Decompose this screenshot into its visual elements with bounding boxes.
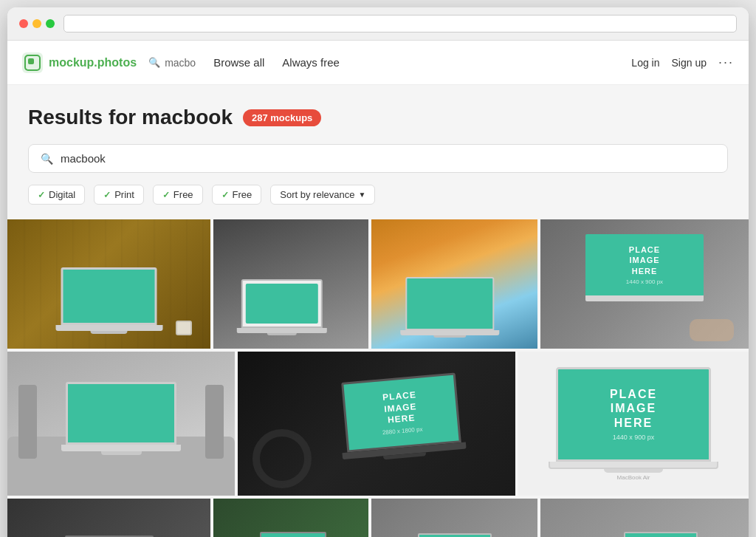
address-bar[interactable] [63, 15, 737, 33]
print-check-icon: ✓ [103, 190, 111, 200]
login-button[interactable]: Log in [631, 57, 659, 69]
image-cell-1-2[interactable] [213, 219, 368, 349]
image-row-1: PLACEIMAGEHERE 1440 x 900 px [7, 219, 749, 349]
results-title: Results for macbook [28, 106, 233, 129]
logo-icon [22, 52, 43, 73]
image-cell-2-1[interactable] [7, 352, 235, 496]
nav-bar: mockup.photos 🔍 macbo Browse all Always … [7, 41, 749, 85]
maximize-button[interactable] [46, 19, 55, 28]
digital-label: Digital [49, 189, 75, 200]
nav-right: Log in Sign up ··· [631, 55, 734, 70]
image-grid: PLACEIMAGEHERE 1440 x 900 px [7, 219, 749, 537]
browse-all-link[interactable]: Browse all [213, 56, 264, 69]
filter-digital[interactable]: ✓ Digital [28, 185, 85, 205]
filter-print[interactable]: ✓ Print [94, 185, 144, 205]
filter-bar: ✓ Digital ✓ Print ✓ Free ✓ Free Sort by … [28, 185, 728, 205]
main-content: Results for macbook 287 mockups 🔍 macboo… [7, 85, 749, 537]
chevron-down-icon: ▼ [359, 191, 366, 199]
always-free-link[interactable]: Always free [282, 56, 340, 69]
free2-check-icon: ✓ [221, 190, 229, 200]
traffic-lights [19, 19, 55, 28]
print-label: Print [114, 189, 134, 200]
free1-label: Free [173, 189, 193, 200]
image-cell-3-2[interactable] [213, 499, 368, 537]
image-cell-1-1[interactable] [7, 219, 210, 349]
nav-search-query: macbo [165, 57, 196, 69]
image-cell-3-3[interactable] [371, 499, 537, 537]
results-header: Results for macbook 287 mockups [28, 106, 728, 129]
filter-free-2[interactable]: ✓ Free [212, 185, 262, 205]
close-button[interactable] [19, 19, 28, 28]
browser-window: mockup.photos 🔍 macbo Browse all Always … [7, 7, 749, 537]
image-row-3: PLACE [7, 499, 749, 537]
search-input-value[interactable]: macbook [61, 152, 106, 165]
logo-text: mockup.photos [49, 56, 137, 69]
image-cell-2-2[interactable]: PLACEIMAGEHERE 2880 x 1800 px [238, 352, 515, 496]
search-input-icon: 🔍 [41, 153, 53, 165]
more-menu-icon[interactable]: ··· [718, 55, 734, 70]
digital-check-icon: ✓ [38, 190, 45, 200]
sort-label: Sort by relevance [280, 189, 354, 200]
results-count-badge: 287 mockups [243, 109, 321, 126]
svg-rect-2 [28, 58, 34, 64]
free1-check-icon: ✓ [162, 190, 170, 200]
image-cell-2-3[interactable]: PLACEIMAGEHERE 1440 x 900 px MacBook Air [518, 352, 749, 496]
signup-button[interactable]: Sign up [672, 57, 707, 69]
sort-dropdown[interactable]: Sort by relevance ▼ [270, 185, 375, 205]
image-cell-3-1[interactable] [7, 499, 210, 537]
image-cell-1-4[interactable]: PLACEIMAGEHERE 1440 x 900 px [540, 219, 749, 349]
title-bar [7, 7, 749, 41]
search-box[interactable]: 🔍 macbook [28, 144, 728, 173]
image-cell-1-3[interactable] [371, 219, 537, 349]
minimize-button[interactable] [32, 19, 41, 28]
nav-search: 🔍 macbo [148, 57, 196, 69]
logo[interactable]: mockup.photos [22, 52, 137, 73]
image-row-2: PLACEIMAGEHERE 2880 x 1800 px PLACEIMAGE… [7, 352, 749, 496]
image-cell-3-4[interactable]: PLACE [540, 499, 749, 537]
nav-links: Browse all Always free [213, 56, 340, 69]
filter-free-1[interactable]: ✓ Free [153, 185, 203, 205]
free2-label: Free [233, 189, 252, 200]
search-icon: 🔍 [148, 57, 160, 68]
